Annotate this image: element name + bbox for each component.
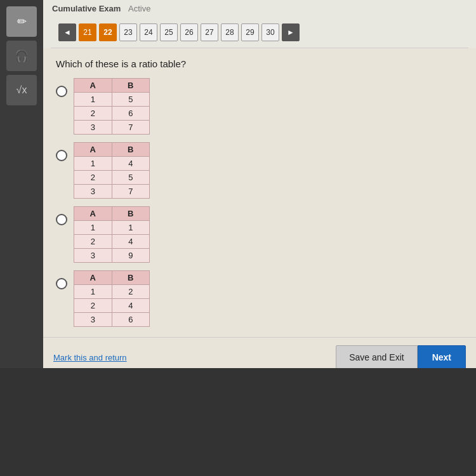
table-row: 3 6 [74,313,150,327]
col-header-a1: A [74,79,112,93]
cell: 1 [74,221,112,235]
question-area: Which of these is a ratio table? A B [43,48,476,337]
headphone-icon: 🎧 [15,49,29,63]
main-content: Cumulative Exam Active ◄ 21 22 23 24 25 … [43,0,476,368]
cell: 1 [74,157,112,171]
cell: 2 [112,285,150,299]
col-header-b4: B [112,271,150,285]
cell: 5 [112,93,150,107]
question-nav: ◄ 21 22 23 24 25 26 27 28 29 30 ► [51,17,468,48]
cell: 6 [112,313,150,327]
answer-options: A B 1 5 2 6 [56,78,463,327]
ratio-table-4[interactable]: A B 1 2 2 4 [74,270,150,327]
col-header-b2: B [112,143,150,157]
exam-status: Active [128,4,150,13]
nav-num-30[interactable]: 30 [261,23,279,41]
cell: 1 [74,285,112,299]
bottom-bar [0,368,476,476]
option-4: A B 1 2 2 4 [56,270,463,327]
option-1: A B 1 5 2 6 [56,78,463,135]
radio-option-1[interactable] [56,86,67,97]
prev-arrow-button[interactable]: ◄ [58,23,76,41]
table-row: 3 9 [74,249,150,263]
col-header-b3: B [112,207,150,221]
nav-num-21[interactable]: 21 [79,23,96,41]
cell: 3 [74,121,112,135]
table-row: 3 7 [74,185,150,199]
cell: 3 [74,185,112,199]
option-3: A B 1 1 2 4 [56,206,463,263]
ratio-table-1[interactable]: A B 1 5 2 6 [74,78,150,135]
cell: 3 [74,313,112,327]
table-row: 1 4 [74,157,150,171]
mark-return-link[interactable]: Mark this and return [53,353,127,362]
cell: 4 [112,299,150,313]
cell: 7 [112,121,150,135]
next-arrow-button[interactable]: ► [282,23,300,41]
nav-num-25[interactable]: 25 [160,23,178,41]
cell: 2 [74,299,112,313]
cell: 1 [74,93,112,107]
cell: 3 [74,249,112,263]
radio-option-3[interactable] [56,214,67,225]
ratio-table-2[interactable]: A B 1 4 2 5 [74,142,150,199]
topbar-wrapper: Cumulative Exam Active ◄ 21 22 23 24 25 … [43,0,476,48]
nav-num-29[interactable]: 29 [241,23,259,41]
ratio-table-3[interactable]: A B 1 1 2 4 [74,206,150,263]
radio-option-4[interactable] [56,278,67,289]
save-exit-button[interactable]: Save and Exit [336,345,417,369]
col-header-a3: A [74,207,112,221]
question-text: Which of these is a ratio table? [56,58,463,69]
headphone-button[interactable]: 🎧 [6,41,37,71]
cell: 1 [112,221,150,235]
cell: 6 [112,107,150,121]
table-row: 2 6 [74,107,150,121]
cell: 2 [74,107,112,121]
pencil-tool-button[interactable]: ✏ [6,6,37,37]
option-2: A B 1 4 2 5 [56,142,463,199]
cell: 9 [112,249,150,263]
table-row: 2 5 [74,171,150,185]
table-row: 3 7 [74,121,150,135]
col-header-b1: B [112,79,150,93]
footer-buttons: Save and Exit Next [336,345,466,369]
nav-num-23[interactable]: 23 [119,23,137,41]
nav-num-28[interactable]: 28 [221,23,239,41]
cell: 2 [74,235,112,249]
cell: 2 [74,171,112,185]
table-row: 2 4 [74,235,150,249]
col-header-a2: A [74,143,112,157]
nav-num-26[interactable]: 26 [180,23,198,41]
exam-name: Cumulative Exam [52,4,121,13]
cell: 4 [112,235,150,249]
cell: 7 [112,185,150,199]
sqrt-button[interactable]: √x [6,75,37,105]
exam-header: Cumulative Exam Active [51,4,468,13]
table-row: 1 5 [74,93,150,107]
sqrt-icon: √x [17,84,27,96]
nav-num-24[interactable]: 24 [140,23,157,41]
radio-option-2[interactable] [56,150,67,161]
table-row: 1 2 [74,285,150,299]
nav-num-27[interactable]: 27 [201,23,218,41]
cell: 4 [112,157,150,171]
col-header-a4: A [74,271,112,285]
table-row: 1 1 [74,221,150,235]
table-row: 2 4 [74,299,150,313]
nav-num-22[interactable]: 22 [99,23,117,41]
sidebar: ✏ 🎧 √x [0,0,43,368]
cell: 5 [112,171,150,185]
next-button[interactable]: Next [418,345,466,369]
pencil-icon: ✏ [17,15,27,29]
